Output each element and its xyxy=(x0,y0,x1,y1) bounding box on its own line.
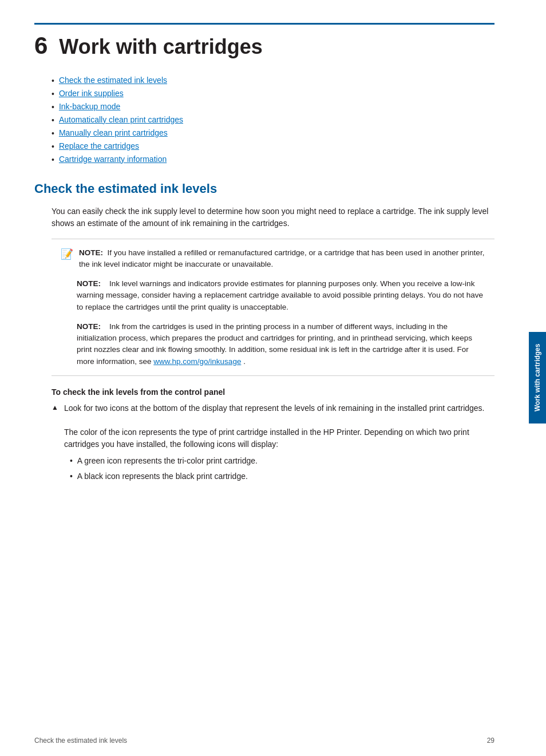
note2-label: NOTE: xyxy=(77,322,101,331)
note-page-icon: 📝 xyxy=(61,248,73,260)
toc-link-check-ink[interactable]: Check the estimated ink levels xyxy=(59,76,167,85)
triangle-item1-sub: The color of the icon represents the typ… xyxy=(64,428,469,449)
toc-link-replace[interactable]: Replace the cartridges xyxy=(59,141,139,151)
triangle-list: ▲ Look for two icons at the bottom of th… xyxy=(52,402,494,486)
toc-list: Check the estimated ink levels Order ink… xyxy=(52,76,494,164)
toc-item-6: Replace the cartridges xyxy=(52,141,494,151)
triangle-item1-main: Look for two icons at the bottom of the … xyxy=(64,403,485,413)
main-content: 6 Work with cartridges Check the estimat… xyxy=(0,0,529,528)
note2-row: NOTE: Ink from the cartridges is used in… xyxy=(61,321,485,367)
note1-text: Ink level warnings and indicators provid… xyxy=(77,279,483,311)
side-tab-label: Work with cartridges xyxy=(533,344,541,411)
toc-link-auto-clean[interactable]: Automatically clean print cartridges xyxy=(59,115,183,124)
section-heading-check-ink: Check the estimated ink levels xyxy=(34,181,494,196)
toc-link-warranty[interactable]: Cartridge warranty information xyxy=(59,155,167,164)
bullet-item-1: A green icon represents the tri-color pr… xyxy=(70,455,494,467)
note2-end: . xyxy=(243,357,246,366)
note1-label: NOTE: xyxy=(77,279,101,288)
toc-link-order-ink[interactable]: Order ink supplies xyxy=(59,89,124,98)
note-icon-row: 📝 NOTE: If you have installed a refilled… xyxy=(61,247,485,271)
toc-item-5: Manually clean print cartridges xyxy=(52,128,494,138)
note-icon-content: NOTE: If you have installed a refilled o… xyxy=(79,247,485,271)
page-container: Work with cartridges 6 Work with cartrid… xyxy=(0,0,546,756)
note2-text: Ink from the cartridges is used in the p… xyxy=(77,322,472,366)
note1-content: NOTE: Ink level warnings and indicators … xyxy=(77,278,485,313)
note-icon-text: If you have installed a refilled or rema… xyxy=(79,248,484,268)
triangle-bullet-1: ▲ xyxy=(52,403,58,411)
bullet-sublist: A green icon represents the tri-color pr… xyxy=(70,455,494,482)
note-box: 📝 NOTE: If you have installed a refilled… xyxy=(52,239,494,376)
triangle-text-1: Look for two icons at the bottom of the … xyxy=(64,402,494,486)
toc-link-manual-clean[interactable]: Manually clean print cartridges xyxy=(59,128,168,137)
note2-content: NOTE: Ink from the cartridges is used in… xyxy=(77,321,485,367)
triangle-item-1: ▲ Look for two icons at the bottom of th… xyxy=(52,402,494,486)
toc-item-2: Order ink supplies xyxy=(52,89,494,98)
bullet-item-2: A black icon represents the black print … xyxy=(70,470,494,482)
page-footer: Check the estimated ink levels 29 xyxy=(0,737,529,745)
footer-page: 29 xyxy=(487,737,494,745)
note2-link[interactable]: www.hp.com/go/inkusage xyxy=(153,357,241,366)
sub-heading-control-panel: To check the ink levels from the control… xyxy=(52,387,494,397)
bullet2-text: A black icon represents the black print … xyxy=(77,470,248,482)
footer-left: Check the estimated ink levels xyxy=(34,737,127,745)
check-ink-body: You can easily check the ink supply leve… xyxy=(52,205,494,229)
toc-item-4: Automatically clean print cartridges xyxy=(52,115,494,125)
check-ink-section: Check the estimated ink levels You can e… xyxy=(34,181,494,486)
toc-item-7: Cartridge warranty information xyxy=(52,155,494,164)
chapter-title: Work with cartridges xyxy=(59,35,262,58)
bullet1-text: A green icon represents the tri-color pr… xyxy=(77,455,258,467)
toc-link-ink-backup[interactable]: Ink-backup mode xyxy=(59,102,120,111)
side-tab: Work with cartridges xyxy=(529,332,546,423)
toc-item-1: Check the estimated ink levels xyxy=(52,76,494,85)
chapter-number: 6 xyxy=(34,34,48,58)
note1-row: NOTE: Ink level warnings and indicators … xyxy=(61,278,485,313)
toc-item-3: Ink-backup mode xyxy=(52,102,494,112)
chapter-header: 6 Work with cartridges xyxy=(34,23,494,58)
note-icon-label: NOTE: xyxy=(79,248,108,257)
